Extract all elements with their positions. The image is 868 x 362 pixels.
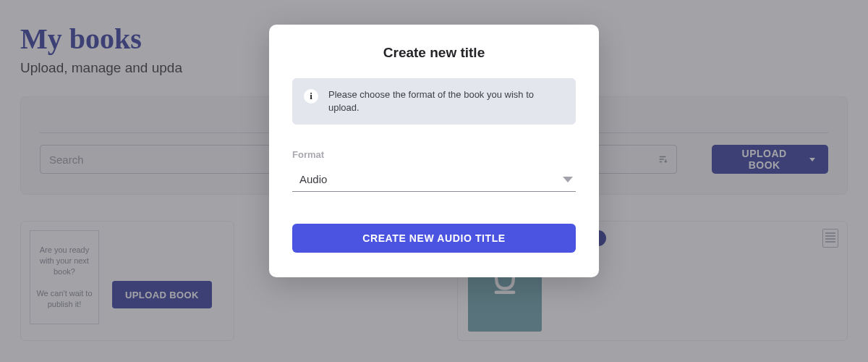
modal-overlay[interactable]: Create new title i Please choose the for… xyxy=(0,0,868,362)
info-text: Please choose the format of the book you… xyxy=(328,88,564,114)
chevron-down-icon xyxy=(563,177,573,182)
create-title-modal: Create new title i Please choose the for… xyxy=(269,25,599,277)
format-label: Format xyxy=(292,149,576,160)
modal-title: Create new title xyxy=(292,45,576,61)
info-icon: i xyxy=(304,89,318,104)
format-select[interactable]: Audio xyxy=(292,167,576,192)
format-value: Audio xyxy=(299,173,327,185)
create-title-button[interactable]: CREATE NEW AUDIO TITLE xyxy=(292,224,576,253)
info-box: i Please choose the format of the book y… xyxy=(292,78,576,125)
